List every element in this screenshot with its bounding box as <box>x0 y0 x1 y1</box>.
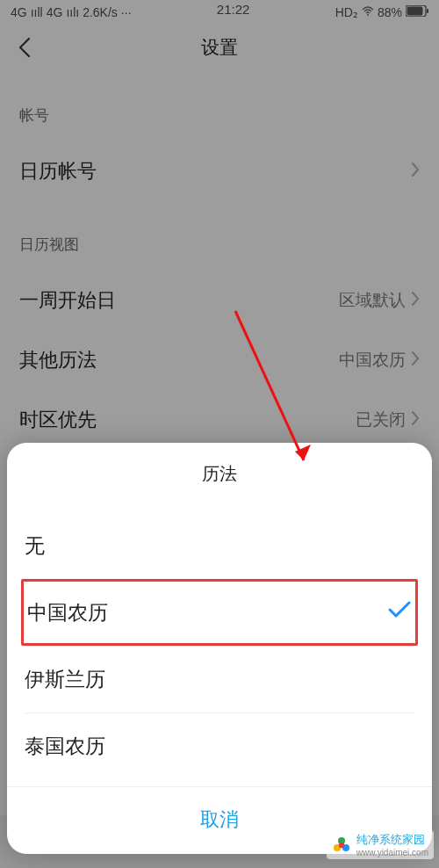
check-icon <box>387 600 412 625</box>
option-islamic[interactable]: 伊斯兰历 <box>25 646 414 712</box>
watermark: 纯净系统家园 www.yidaimei.com <box>327 830 434 859</box>
svg-point-14 <box>339 842 344 847</box>
option-label: 泰国农历 <box>25 733 105 760</box>
watermark-url: www.yidaimei.com <box>356 848 428 857</box>
option-label: 伊斯兰历 <box>25 666 105 693</box>
sheet-options: 无 中国农历 伊斯兰历 泰国农历 <box>7 512 432 779</box>
watermark-logo-icon <box>332 835 351 855</box>
calendar-system-sheet: 历法 无 中国农历 伊斯兰历 泰国农历 取消 <box>7 443 432 854</box>
option-thai-lunar[interactable]: 泰国农历 <box>25 712 414 779</box>
option-label: 中国农历 <box>27 599 108 626</box>
watermark-brand: 纯净系统家园 <box>356 833 425 846</box>
option-label: 无 <box>25 532 45 560</box>
sheet-title: 历法 <box>7 443 432 512</box>
option-none[interactable]: 无 <box>25 512 414 579</box>
option-chinese-lunar[interactable]: 中国农历 <box>21 579 418 646</box>
